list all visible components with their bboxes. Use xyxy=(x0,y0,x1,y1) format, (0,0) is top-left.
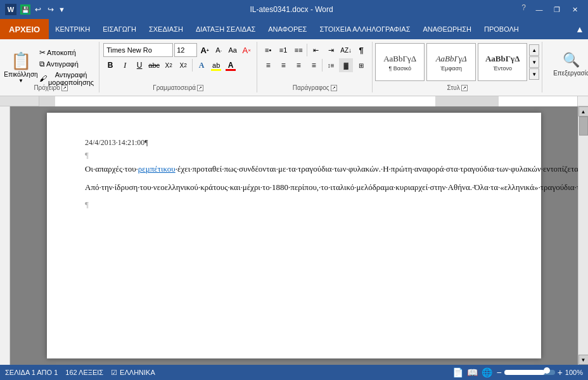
change-case-btn[interactable]: Aa xyxy=(226,44,239,56)
restore-btn[interactable]: ❐ xyxy=(549,3,565,16)
text-effects-btn[interactable]: A xyxy=(195,58,208,72)
language-item[interactable]: ☑ ΕΛΛΗΝΙΚΑ xyxy=(111,369,155,377)
style-intense-box[interactable]: AaBbΓγΔ Έντονο xyxy=(478,43,527,81)
editing-btn[interactable]: 🔍 Επεξεργασία xyxy=(547,49,588,80)
styles-scroll-down-btn[interactable]: ▼ xyxy=(529,56,539,68)
style-basic-label: ¶ Βασικό xyxy=(388,65,411,72)
menu-design[interactable]: ΣΧΕΔΙΑΣΗ xyxy=(143,19,189,39)
style-basic-box[interactable]: AaBbΓγΔ ¶ Βασικό xyxy=(375,43,425,81)
doc-scroll-area[interactable]: 24/4/2013·14:21:00¶ ¶ Οι·απαρχές·του·ρεμ… xyxy=(10,106,578,365)
cut-label: Αποκοπή xyxy=(47,49,76,56)
styles-row: AaBbΓγΔ ¶ Βασικό AaBbΓγΔ Έμφαση AaBbΓγΔ … xyxy=(375,43,539,81)
align-left-btn[interactable]: ≡ xyxy=(261,58,275,72)
status-bar: ΣΕΛΙΔΑ 1 ΑΠΟ 1 162 ΛΕΞΕΙΣ ☑ ΕΛΛΗΝΙΚΑ 📄 📖… xyxy=(0,365,588,380)
view-print-btn[interactable]: 📄 xyxy=(452,367,463,377)
view-web-btn[interactable]: 🌐 xyxy=(482,367,492,377)
menu-mailings[interactable]: ΣΤΟΙΧΕΙΑ ΑΛΛΗΛΟΓΡΑΦΙΑΣ xyxy=(313,19,416,39)
ribbon-collapse-btn[interactable]: ▲ xyxy=(575,24,585,34)
copy-button[interactable]: ⧉ Αντιγραφή xyxy=(37,58,96,70)
doc-area: 24/4/2013·14:21:00¶ ¶ Οι·απαρχές·του·ρεμ… xyxy=(0,106,588,365)
line-spacing-btn[interactable]: ↕≡ xyxy=(324,58,338,72)
font-size-input[interactable] xyxy=(174,43,197,57)
borders-btn[interactable]: ⊞ xyxy=(354,58,368,72)
clipboard-group: 📋 Επικόλληση ▼ ✂ Αποκοπή ⧉ Αντιγραφή 🖌 Α… xyxy=(3,42,99,92)
scroll-thumb[interactable] xyxy=(579,117,588,136)
quick-access-dropdown[interactable]: ▼ xyxy=(58,6,65,13)
font-group: A+ A- Aa A× B I U abc X2 X2 A ab A Γραμμ xyxy=(99,42,257,92)
word-count: 162 ΛΕΞΕΙΣ xyxy=(65,369,103,376)
paste-dropdown[interactable]: ▼ xyxy=(18,78,23,84)
bullets-btn[interactable]: ≡• xyxy=(261,43,275,57)
zoom-handle[interactable] xyxy=(544,367,550,374)
menu-review[interactable]: ΑΝΑΘΕΩΡΗΣΗ xyxy=(416,19,478,39)
font-color-bar xyxy=(226,69,236,71)
close-btn[interactable]: ✕ xyxy=(566,3,583,16)
superscript-btn[interactable]: X2 xyxy=(176,58,190,72)
paragraph-group: ≡• ≡1 ≡≡ ⇤ ⇥ AZ↓ ¶ ≡ ≡ ≡ ≡ ↕≡ ▓ ⊞ Παράγρ… xyxy=(257,42,373,92)
sort-btn[interactable]: AZ↓ xyxy=(339,43,353,57)
scroll-track[interactable] xyxy=(578,117,588,355)
text-highlight-btn[interactable]: ab xyxy=(209,58,223,72)
rembetiko-link[interactable]: ρεμπέτικου xyxy=(138,164,176,174)
page-info-item[interactable]: ΣΕΛΙΔΑ 1 ΑΠΟ 1 xyxy=(5,369,58,376)
font-selector-row: A+ A- Aa A× xyxy=(103,43,253,57)
decrease-indent-btn[interactable]: ⇤ xyxy=(309,43,323,57)
style-emphasis-box[interactable]: AaBbΓγΔ Έμφαση xyxy=(426,43,476,81)
strikethrough-btn[interactable]: abc xyxy=(147,58,161,72)
word-count-item[interactable]: 162 ΛΕΞΕΙΣ xyxy=(65,369,103,376)
para-dialog-btn[interactable]: ↗ xyxy=(331,85,337,91)
menu-view[interactable]: ΠΡΟΒΟΛΗ xyxy=(478,19,525,39)
show-formatting-btn[interactable]: ¶ xyxy=(354,43,368,57)
clear-format-btn[interactable]: A× xyxy=(240,44,253,56)
align-center-btn[interactable]: ≡ xyxy=(276,58,290,72)
decrease-font-btn[interactable]: A- xyxy=(212,44,225,56)
cut-icon: ✂ xyxy=(39,48,46,57)
align-right-btn[interactable]: ≡ xyxy=(291,58,305,72)
multilevel-btn[interactable]: ≡≡ xyxy=(291,43,305,57)
menu-insert[interactable]: ΕΙΣΑΓΩΓΗ xyxy=(96,19,143,39)
file-menu-btn[interactable]: ΑΡΧΕΙΟ xyxy=(0,19,49,39)
scroll-up-btn[interactable]: ▲ xyxy=(578,106,589,117)
paste-label: Επικόλληση xyxy=(4,71,37,78)
justify-btn[interactable]: ≡ xyxy=(307,58,321,72)
styles-scroll-up-btn[interactable]: ▲ xyxy=(529,44,539,56)
clipboard-dialog-btn[interactable]: ↗ xyxy=(61,85,68,91)
bold-btn[interactable]: B xyxy=(103,58,117,72)
word-icon: W xyxy=(5,4,16,15)
zoom-slider[interactable] xyxy=(504,370,555,375)
pilcrow-mark-1: ¶ xyxy=(85,150,503,160)
menu-references[interactable]: ΑΝΑΦΟΡΕΣ xyxy=(262,19,313,39)
language-label: ΕΛΛΗΝΙΚΑ xyxy=(120,369,155,376)
increase-indent-btn[interactable]: ⇥ xyxy=(324,43,338,57)
font-color-btn[interactable]: A xyxy=(224,58,238,72)
font-dialog-btn[interactable]: ↗ xyxy=(197,85,203,91)
view-read-btn[interactable]: 📖 xyxy=(467,367,478,377)
help-btn[interactable]: ? xyxy=(518,3,530,16)
svg-rect-2 xyxy=(435,96,499,106)
scroll-down-btn[interactable]: ▼ xyxy=(578,355,589,365)
style-basic-preview: AaBbΓγΔ xyxy=(382,53,418,66)
undo-icon[interactable]: ↩ xyxy=(33,4,43,15)
styles-expand-btn[interactable]: ▼ xyxy=(529,68,539,80)
underline-btn[interactable]: U xyxy=(132,58,146,72)
redo-icon[interactable]: ↪ xyxy=(46,4,56,15)
style-emphasis-preview: AaBbΓγΔ xyxy=(435,53,468,66)
font-name-input[interactable] xyxy=(103,43,173,57)
menu-layout[interactable]: ΔΙΑΤΑΞΗ ΣΕΛΙΔΑΣ xyxy=(189,19,262,39)
italic-btn[interactable]: I xyxy=(118,58,132,72)
styles-group-label: Στυλ ↗ xyxy=(373,84,542,91)
shading-btn[interactable]: ▓ xyxy=(339,58,353,72)
minimize-btn[interactable]: — xyxy=(531,3,547,16)
save-icon[interactable]: 💾 xyxy=(20,4,30,15)
styles-dialog-btn[interactable]: ↗ xyxy=(461,85,468,91)
paste-button[interactable]: 📋 Επικόλληση ▼ xyxy=(5,48,37,87)
ruler-svg xyxy=(39,96,577,106)
zoom-out-btn[interactable]: − xyxy=(496,367,501,377)
numbering-btn[interactable]: ≡1 xyxy=(276,43,290,57)
subscript-btn[interactable]: X2 xyxy=(162,58,176,72)
zoom-in-btn[interactable]: + xyxy=(558,367,563,377)
increase-font-btn[interactable]: A+ xyxy=(198,44,211,56)
editing-label: Επεξεργασία xyxy=(553,70,588,77)
menu-home[interactable]: ΚΕΝΤΡΙΚΗ xyxy=(49,19,96,39)
cut-button[interactable]: ✂ Αποκοπή xyxy=(37,47,96,58)
